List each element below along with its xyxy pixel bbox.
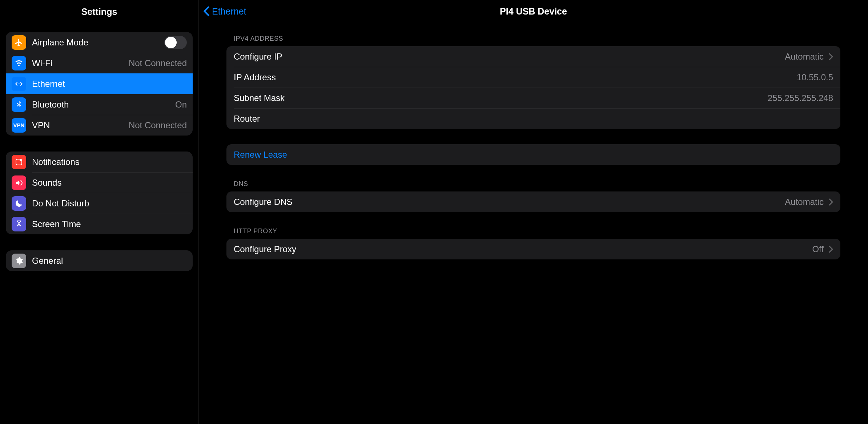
row-renew-lease[interactable]: Renew Lease <box>226 144 840 165</box>
row-configure-dns[interactable]: Configure DNS Automatic <box>226 191 840 212</box>
ethernet-icon <box>12 77 26 91</box>
group-ipv4: Configure IP Automatic IP Address 10.55.… <box>226 46 840 129</box>
sidebar-item-label: General <box>32 256 187 266</box>
sidebar-item-do-not-disturb[interactable]: Do Not Disturb <box>6 193 193 214</box>
sidebar-item-label: Do Not Disturb <box>32 198 187 209</box>
vpn-icon: VPN <box>12 118 26 133</box>
back-button[interactable]: Ethernet <box>199 6 246 17</box>
sidebar-scroll[interactable]: Airplane Mode Wi-Fi Not Connected <box>0 23 198 424</box>
gear-icon <box>12 254 26 268</box>
chevron-left-icon <box>203 6 210 16</box>
sidebar-title: Settings <box>81 7 117 17</box>
sidebar-item-sounds[interactable]: Sounds <box>6 172 193 193</box>
row-value: 255.255.255.248 <box>768 93 833 103</box>
sidebar-item-status: On <box>175 100 187 110</box>
row-label: Configure Proxy <box>234 244 812 254</box>
group-renew-lease: Renew Lease <box>226 144 840 165</box>
sidebar: Settings Airplane Mode Wi-Fi Not Connect… <box>0 0 198 424</box>
renew-lease-button[interactable]: Renew Lease <box>234 150 833 160</box>
row-router: Router <box>226 108 840 129</box>
section-header-proxy: HTTP PROXY <box>226 227 840 239</box>
row-label: Subnet Mask <box>234 93 768 103</box>
chevron-right-icon <box>829 198 833 206</box>
detail-scroll[interactable]: IPV4 ADDRESS Configure IP Automatic IP A… <box>199 23 868 424</box>
sidebar-item-vpn[interactable]: VPN VPN Not Connected <box>6 115 193 136</box>
sidebar-item-label: Screen Time <box>32 219 187 229</box>
chevron-right-icon <box>829 53 833 60</box>
sidebar-item-label: Wi-Fi <box>32 58 129 68</box>
sidebar-item-wifi[interactable]: Wi-Fi Not Connected <box>6 53 193 73</box>
detail-pane: Ethernet PI4 USB Device IPV4 ADDRESS Con… <box>198 0 868 424</box>
moon-icon <box>12 196 26 211</box>
row-value: Automatic <box>785 52 824 62</box>
sidebar-item-airplane-mode[interactable]: Airplane Mode <box>6 32 193 53</box>
sidebar-group-system: General <box>6 250 193 271</box>
row-label: Configure IP <box>234 52 785 62</box>
sidebar-item-label: Notifications <box>32 157 187 167</box>
row-label: IP Address <box>234 72 797 82</box>
group-proxy: Configure Proxy Off <box>226 239 840 259</box>
back-label: Ethernet <box>212 6 246 17</box>
sidebar-item-bluetooth[interactable]: Bluetooth On <box>6 94 193 115</box>
row-ip-address: IP Address 10.55.0.5 <box>226 67 840 88</box>
row-value: Off <box>812 244 824 254</box>
notifications-icon <box>12 155 26 169</box>
sidebar-item-label: Ethernet <box>32 79 187 89</box>
detail-header: Ethernet PI4 USB Device <box>199 0 868 23</box>
sidebar-item-ethernet[interactable]: Ethernet <box>6 73 193 94</box>
chevron-right-icon <box>829 246 833 253</box>
sidebar-item-status: Not Connected <box>129 120 187 130</box>
row-label: Configure DNS <box>234 197 785 207</box>
section-header-dns: DNS <box>226 180 840 191</box>
row-configure-ip[interactable]: Configure IP Automatic <box>226 46 840 67</box>
sidebar-item-notifications[interactable]: Notifications <box>6 152 193 172</box>
row-configure-proxy[interactable]: Configure Proxy Off <box>226 239 840 259</box>
toggle-knob <box>165 37 177 48</box>
sidebar-item-label: VPN <box>32 120 129 130</box>
section-header-ipv4: IPV4 ADDRESS <box>226 35 840 46</box>
wifi-icon <box>12 56 26 70</box>
svg-point-4 <box>20 159 22 161</box>
sidebar-item-label: Bluetooth <box>32 100 175 110</box>
sidebar-group-network: Airplane Mode Wi-Fi Not Connected <box>6 32 193 136</box>
sidebar-item-label: Airplane Mode <box>32 37 164 48</box>
detail-title: PI4 USB Device <box>199 6 868 17</box>
airplane-icon <box>12 35 26 50</box>
row-value: 10.55.0.5 <box>797 72 833 82</box>
sidebar-title-bar: Settings <box>0 0 198 23</box>
group-dns: Configure DNS Automatic <box>226 191 840 212</box>
bluetooth-icon <box>12 97 26 112</box>
sounds-icon <box>12 175 26 190</box>
vpn-badge-text: VPN <box>13 122 25 128</box>
sidebar-item-screen-time[interactable]: Screen Time <box>6 214 193 234</box>
airplane-toggle[interactable] <box>164 36 187 49</box>
sidebar-item-general[interactable]: General <box>6 250 193 271</box>
hourglass-icon <box>12 217 26 231</box>
sidebar-group-personal: Notifications Sounds Do Not Disturb Scre… <box>6 152 193 234</box>
row-label: Router <box>234 114 833 124</box>
row-value: Automatic <box>785 197 824 207</box>
svg-point-0 <box>18 84 19 84</box>
svg-point-1 <box>19 84 19 84</box>
sidebar-item-label: Sounds <box>32 178 187 188</box>
svg-point-2 <box>19 84 20 84</box>
sidebar-item-status: Not Connected <box>129 58 187 68</box>
row-subnet-mask: Subnet Mask 255.255.255.248 <box>226 88 840 108</box>
